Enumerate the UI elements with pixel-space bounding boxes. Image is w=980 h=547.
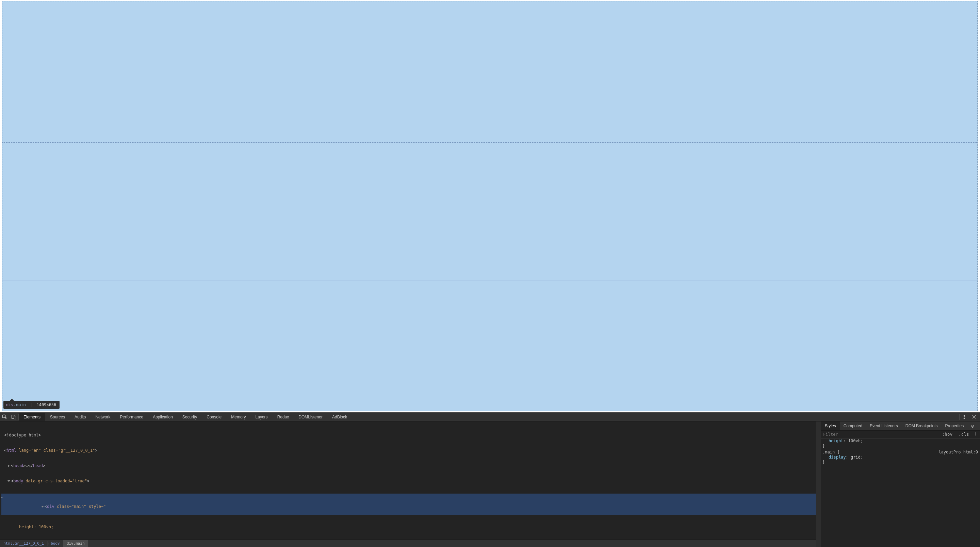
dom-scrollbar[interactable] [816,421,821,547]
tab-redux[interactable]: Redux [272,413,294,421]
tab-memory[interactable]: Memory [226,413,250,421]
hov-toggle[interactable]: :hov [942,432,953,437]
styles-tab-computed[interactable]: Computed [840,421,866,430]
cls-toggle[interactable]: .cls [959,432,969,437]
svg-point-5 [964,418,964,419]
tab-network[interactable]: Network [91,413,115,421]
grid-row-line-2 [2,281,977,281]
dom-head[interactable]: <head>…</head> [2,463,816,469]
devtools-tabbar: Elements Sources Audits Network Performa… [0,412,980,421]
tooltip-separator: | [30,402,32,407]
dom-html[interactable]: <html lang="en" class="gr__127_0_0_1"> [2,448,816,453]
inspect-element-icon[interactable] [0,412,9,421]
styles-rule-source-link[interactable]: layoutPro.html:9 [939,450,978,455]
styles-rule-truncated[interactable]: height: 100vh; [822,439,978,444]
styles-tab-dom-breakpoints[interactable]: DOM Breakpoints [902,421,942,430]
dom-doctype[interactable]: <!doctype html> [2,433,816,438]
grid-row-line-1 [2,142,977,143]
dom-tree-panel[interactable]: <!doctype html> <html lang="en" class="g… [0,421,816,547]
tab-application[interactable]: Application [148,413,178,421]
collapse-caret-icon[interactable] [8,480,10,482]
styles-tab-styles[interactable]: Styles [821,421,840,430]
collapse-caret-icon[interactable] [41,506,44,507]
styles-tab-event-listeners[interactable]: Event Listeners [866,421,902,430]
dom-style-line[interactable]: height: 100vh; [2,524,816,530]
svg-point-3 [964,415,964,416]
device-toolbar-icon[interactable] [9,412,18,421]
tooltip-class: .main [14,402,26,407]
tab-domlistener[interactable]: DOMListener [294,413,327,421]
tab-layers[interactable]: Layers [251,413,272,421]
styles-tab-properties[interactable]: Properties [941,421,967,430]
dom-body[interactable]: <body data-gr-c-s-loaded="true"> [2,478,816,484]
tooltip-dimensions: 1409×656 [37,402,56,407]
styles-rule-close-2: } [822,460,978,465]
styles-rule-declaration[interactable]: display: grid; [822,455,978,460]
styles-overflow-icon[interactable] [968,421,977,431]
styles-filter-input[interactable] [823,432,940,437]
svg-point-4 [964,417,964,417]
styles-panel: Styles Computed Event Listeners DOM Brea… [821,421,980,547]
svg-rect-2 [14,416,16,419]
crumb-body[interactable]: body [47,540,63,547]
tooltip-tag: div [6,402,14,407]
devtools-tabs: Elements Sources Audits Network Performa… [19,413,352,421]
tab-performance[interactable]: Performance [115,413,148,421]
dom-div-main[interactable]: ⋯ <div class="main" style=" [2,494,816,515]
new-style-rule-icon[interactable] [974,432,978,437]
tab-security[interactable]: Security [178,413,202,421]
styles-filter-row: :hov .cls [821,431,980,439]
tab-elements[interactable]: Elements [19,413,45,421]
styles-rule-close: } [822,444,978,449]
crumb-div-main[interactable]: div.main [63,540,88,547]
selected-marker-icon: ⋯ [1,495,3,500]
tooltip-arrow [10,399,14,401]
element-dimensions-tooltip: div.main | 1409×656 [3,401,60,409]
tab-sources[interactable]: Sources [45,413,70,421]
viewport-scrollbar[interactable] [978,0,980,412]
crumb-html[interactable]: html.gr__127_0_0_1 [0,540,47,547]
more-menu-icon[interactable] [959,412,969,421]
tab-adblock[interactable]: AdBlock [327,413,352,421]
close-devtools-icon[interactable] [969,412,978,421]
devtools-panel: Elements Sources Audits Network Performa… [0,412,980,547]
tab-console[interactable]: Console [202,413,226,421]
styles-tabs: Styles Computed Event Listeners DOM Brea… [821,421,980,431]
dom-breadcrumb: html.gr__127_0_0_1 body div.main [0,539,816,547]
styles-rule-selector[interactable]: .main { layoutPro.html:9 [822,449,978,455]
expand-caret-icon[interactable] [8,465,10,467]
inspected-element-overlay [2,1,978,411]
tab-audits[interactable]: Audits [70,413,91,421]
page-viewport[interactable]: div.main | 1409×656 [0,0,980,412]
